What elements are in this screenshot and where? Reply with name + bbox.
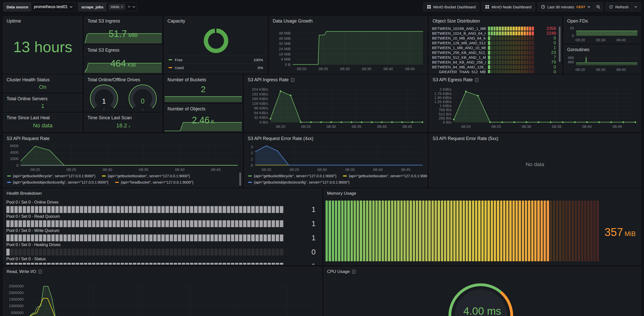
led-segment: [117, 249, 120, 255]
capacity-legend-row[interactable]: Free100%: [167, 56, 265, 64]
last-scan-value: 18.2s: [84, 122, 162, 129]
led-segment: [23, 234, 26, 241]
svg-text:224 KiB/s: 224 KiB/s: [252, 87, 268, 91]
scrollbar-thumb[interactable]: [559, 27, 561, 62]
led-segment: [532, 46, 534, 50]
led-segment: [503, 201, 505, 261]
osd-row: BETWEEN_10_MB_AND_64_MB0: [432, 36, 556, 41]
panel-description-icon[interactable]: [38, 270, 42, 274]
panel-title[interactable]: Number of Objects: [167, 106, 240, 112]
led-segment: [260, 206, 263, 213]
scrape-jobs-tag-minio[interactable]: minio×: [109, 4, 125, 10]
scrape-jobs-filter[interactable]: scrape_jobs minio× ×: [78, 2, 137, 11]
s3-error-rate-4xx-chart[interactable]: 08:2008:2508:3008:3508:4008:450123: [246, 142, 425, 172]
led-segment: [524, 55, 526, 60]
data-usage-growth-chart[interactable]: 08:2008:2508:3008:3508:4008:450 B8 MiB16…: [271, 26, 425, 72]
panel-title[interactable]: Time Since Last Scan: [88, 115, 160, 121]
led-segment: [80, 220, 83, 227]
capacity-legend-row[interactable]: Used0%: [167, 64, 265, 72]
led-segment: [239, 206, 242, 213]
legend-label: Free: [175, 58, 253, 62]
led-segment: [507, 46, 509, 50]
panel-title[interactable]: Total Online Servers: [7, 96, 80, 102]
panel-title[interactable]: Memory Usage: [327, 191, 638, 196]
led-segment: [526, 70, 529, 73]
refresh-button[interactable]: Refresh: [606, 2, 641, 11]
svg-text:08:40: 08:40: [616, 67, 626, 72]
panel-title[interactable]: Read, Write I/O: [7, 269, 319, 274]
led-segment: [491, 70, 493, 73]
panel-number-of-objects: Number of Objects 2.46K: [164, 104, 242, 132]
s3-egress-rate-chart[interactable]: 08:2008:2508:3008:3508:4008:450 B/s256 B…: [431, 85, 639, 130]
panel-title[interactable]: S3 API Egress Rate: [433, 77, 638, 83]
panel-title[interactable]: Uptime: [7, 18, 80, 24]
panel-description-icon[interactable]: [352, 270, 356, 274]
scrollbar-thumb[interactable]: [239, 172, 241, 186]
legend-item[interactable]: {api="getbucketlifecycle", server="127.0…: [248, 174, 336, 178]
led-segment: [174, 234, 177, 241]
led-segment: [502, 60, 504, 64]
s3-request-rate-chart[interactable]: 08:2008:2508:3008:3508:4008:450200040006…: [5, 142, 241, 172]
led-segment: [174, 249, 177, 255]
panel-title[interactable]: Cluster Health Status: [7, 77, 80, 83]
panel-title[interactable]: Data Usage Growth: [273, 18, 425, 24]
panel-title[interactable]: Number of Buckets: [167, 77, 240, 83]
buckets-sparkline[interactable]: [165, 95, 242, 102]
svg-text:08:20: 08:20: [575, 38, 585, 42]
bucket-dashboard-button[interactable]: MinIO Bucket Dashboard: [423, 2, 479, 11]
led-segment: [510, 65, 512, 69]
datasource-value[interactable]: prometheus-test01: [31, 5, 75, 9]
panel-title[interactable]: Open FDs: [567, 18, 638, 24]
legend-item[interactable]: {api="getbucketlocation", server="127.0.…: [102, 174, 190, 178]
legend-item[interactable]: {api="getbucketobjectlockconfig", server…: [248, 180, 350, 184]
node-dashboard-button[interactable]: MinIO Node Dashboard: [482, 2, 535, 11]
open-fds-chart[interactable]: 08:2008:3008:40020: [565, 24, 639, 42]
led-segment: [529, 60, 531, 64]
led-segment: [584, 201, 586, 261]
panel-title[interactable]: Time Since Last Heal: [7, 115, 80, 121]
clear-filter-icon[interactable]: ×: [128, 4, 130, 9]
led-segment: [251, 263, 254, 265]
led-segment: [51, 206, 55, 213]
capacity-donut[interactable]: [164, 24, 267, 59]
led-segment: [84, 249, 87, 255]
panel-title[interactable]: S3 API Ingress Rate: [248, 77, 425, 83]
legend-item[interactable]: {api="getbucketlocation", server="127.0.…: [343, 174, 427, 178]
led-segment: [493, 41, 496, 45]
panel-title[interactable]: S3 API Request Error Rate (4xx): [248, 136, 425, 141]
panel-title[interactable]: Goroutines: [567, 47, 638, 52]
led-segment: [76, 234, 79, 241]
panel-title[interactable]: S3 API Request Rate: [7, 136, 240, 141]
zoom-out-time-button[interactable]: [594, 2, 603, 11]
panel-title[interactable]: Health Breakdown: [7, 191, 319, 196]
led-segment: [360, 201, 362, 261]
panel-s3-api-error-rate-5xx: S3 API Request Error Rate (5xx) No data: [429, 134, 641, 187]
panel-description-icon[interactable]: [291, 78, 294, 82]
datasource-picker[interactable]: Data source prometheus-test01: [3, 2, 75, 11]
remove-tag-icon[interactable]: ×: [121, 5, 123, 9]
panel-description-icon[interactable]: [475, 78, 479, 82]
led-segment: [515, 36, 518, 40]
led-segment: [529, 36, 531, 40]
chevron-down-icon[interactable]: [132, 6, 135, 8]
s3-ingress-rate-chart[interactable]: 08:2008:2508:3008:3508:4008:450 B/s32 Ki…: [246, 85, 425, 130]
led-segment: [137, 263, 140, 265]
panel-title[interactable]: Capacity: [167, 18, 265, 24]
legend-item[interactable]: {api="getbucketlifecycle", server="127.0…: [7, 174, 95, 178]
panel-title[interactable]: Total S3 Egress: [88, 48, 160, 53]
legend-item[interactable]: {api="headbucket", server="127.0.0.1:900…: [115, 180, 194, 184]
svg-text:8 MiB: 8 MiB: [281, 57, 291, 61]
goroutines-chart[interactable]: 08:2008:3008:40485490: [565, 53, 639, 72]
health-row-label: Pool 0 / Set 0 - Online Drives: [6, 200, 319, 205]
time-range-picker[interactable]: Last 30 minutes CEST: [538, 2, 594, 11]
panel-title[interactable]: CPU Usage: [327, 269, 638, 274]
panel-title[interactable]: Total S3 Ingress: [88, 18, 160, 24]
led-segment: [170, 220, 173, 227]
panel-title[interactable]: S3 API Request Error Rate (5xx): [433, 136, 638, 141]
led-segment: [587, 201, 589, 261]
chevron-down-icon[interactable]: [634, 6, 637, 8]
legend-item[interactable]: {api="getbucketobjectlockconfig", server…: [7, 180, 109, 184]
read-write-io-chart[interactable]: 08:2008:2508:3008:3508:4008:450500000100…: [5, 279, 319, 316]
panel-title[interactable]: Object Size Distribution: [433, 18, 560, 24]
panel-title[interactable]: Total Online/Offline Drives: [88, 77, 160, 83]
